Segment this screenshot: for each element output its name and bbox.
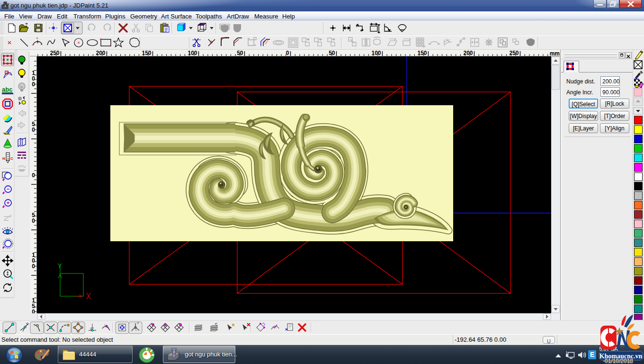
- svg-text:100: 100: [371, 50, 381, 56]
- svg-text:mm: mm: [550, 50, 560, 56]
- svg-text:C: C: [10, 156, 13, 161]
- svg-text:250: 250: [50, 50, 59, 56]
- svg-text:0: 0: [286, 50, 289, 56]
- svg-text:150: 150: [142, 50, 151, 56]
- svg-text:250: 250: [509, 50, 519, 56]
- svg-text:0: 0: [32, 309, 35, 313]
- svg-text:150: 150: [417, 50, 427, 56]
- svg-text:200: 200: [463, 50, 473, 56]
- svg-text:200: 200: [96, 50, 105, 56]
- svg-text:N: N: [2, 156, 5, 161]
- svg-text:abc: abc: [2, 86, 12, 93]
- svg-text:100: 100: [188, 50, 197, 56]
